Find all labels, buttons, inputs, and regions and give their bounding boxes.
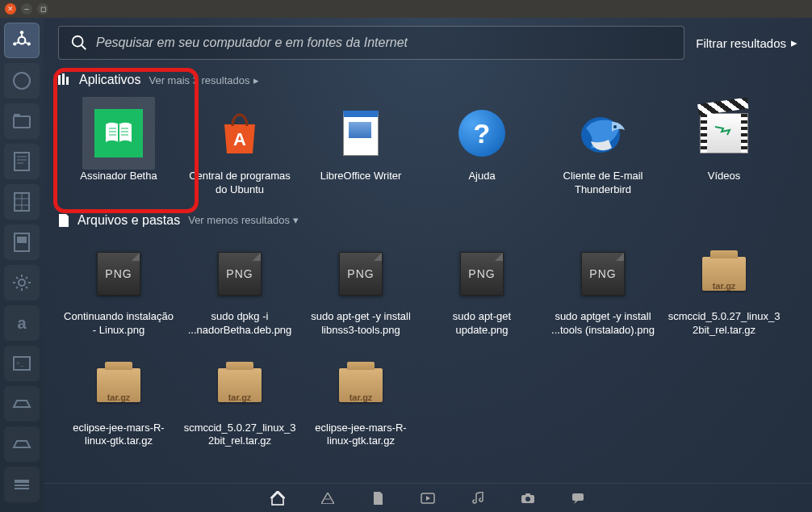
dash-lens-bar: [44, 483, 812, 512]
shopping-bag-icon: A: [217, 111, 262, 156]
svg-rect-19: [17, 237, 27, 243]
app-software-center[interactable]: A Central de programas do Ubuntu: [179, 94, 300, 205]
thunderbird-icon: [567, 97, 639, 170]
svg-rect-22: [15, 480, 29, 483]
launcher-writer-icon[interactable]: [4, 144, 40, 179]
apps-grid: Assinador Betha A Central de programas d…: [58, 94, 797, 205]
filter-results-button[interactable]: Filtrar resultados ▸: [696, 36, 797, 50]
svg-point-1: [20, 31, 23, 34]
window-minimize-button[interactable]: –: [21, 3, 32, 15]
lens-music-icon[interactable]: [470, 490, 486, 506]
files-see-less[interactable]: Ver menos resultados ▾: [188, 214, 299, 226]
app-assinador-betha[interactable]: Assinador Betha: [58, 94, 179, 205]
svg-rect-10: [15, 153, 29, 170]
clapperboard-icon: [700, 113, 748, 153]
svg-rect-28: [62, 73, 65, 85]
document-icon: [343, 111, 379, 156]
png-icon: PNG: [339, 252, 383, 296]
svg-text:>_: >_: [16, 359, 24, 367]
chevron-right-icon: ▸: [791, 36, 797, 50]
svg-rect-45: [572, 493, 584, 501]
svg-rect-27: [58, 75, 61, 85]
launcher-drive-icon[interactable]: [4, 386, 40, 422]
archive-icon: tar.gz: [218, 368, 262, 402]
launcher-calc-icon[interactable]: [4, 184, 40, 220]
app-libreoffice-writer[interactable]: LibreOffice Writer: [300, 94, 421, 205]
file-item[interactable]: PNGsudo dpkg -i ...nadorBetha.deb.png: [179, 234, 300, 346]
file-item[interactable]: tar.gzeclipse-jee-mars-R-linux-gtk.tar.g…: [300, 346, 421, 457]
lens-apps-icon[interactable]: [320, 490, 336, 506]
files-section-title: Arquivos e pastas: [77, 213, 180, 228]
file-item[interactable]: PNGContinuando instalação - Linux.png: [58, 234, 179, 346]
launcher-impress-icon[interactable]: [4, 225, 40, 260]
unity-launcher: a >_: [0, 18, 44, 512]
file-item[interactable]: PNGsudo apt-get update.png: [421, 234, 542, 346]
file-item[interactable]: tar.gzscmccid_5.0.27_linux_32bit_rel.tar…: [663, 234, 785, 346]
archive-icon: tar.gz: [97, 368, 140, 402]
lens-social-icon[interactable]: [570, 490, 586, 506]
svg-point-7: [14, 73, 30, 89]
search-placeholder: Pesquisar em seu computador e em fontes …: [96, 36, 408, 50]
png-icon: PNG: [218, 252, 262, 296]
lens-home-icon[interactable]: [270, 490, 286, 506]
archive-icon: tar.gz: [702, 257, 746, 291]
app-videos[interactable]: Vídeos: [663, 94, 785, 205]
file-item[interactable]: PNGsudo apt-get -y install libnss3-tools…: [300, 234, 421, 346]
svg-point-25: [73, 36, 83, 47]
apps-section-title: Aplicativos: [79, 73, 140, 87]
launcher-settings-icon[interactable]: [4, 265, 40, 300]
svg-line-5: [24, 42, 27, 43]
app-thunderbird[interactable]: Cliente de E-mail Thunderbird: [542, 94, 663, 205]
launcher-amazon-icon[interactable]: a: [4, 305, 40, 341]
png-icon: PNG: [460, 252, 504, 296]
file-icon: [58, 214, 69, 227]
launcher-trash-icon[interactable]: [4, 467, 40, 502]
question-icon: ?: [458, 110, 505, 157]
svg-rect-9: [14, 114, 20, 117]
lens-photos-icon[interactable]: [520, 490, 536, 506]
file-item[interactable]: tar.gzscmccid_5.0.27_linux_32bit_rel.tar…: [179, 346, 300, 457]
file-item[interactable]: PNGsudo aptget -y install ...tools (inst…: [542, 234, 663, 346]
svg-rect-24: [15, 488, 29, 489]
files-grid: PNGContinuando instalação - Linux.png PN…: [58, 234, 797, 457]
svg-point-44: [525, 497, 530, 502]
file-item[interactable]: tar.gzeclipse-jee-mars-R-linux-gtk.tar.g…: [58, 346, 179, 457]
lens-files-icon[interactable]: [370, 490, 386, 506]
chevron-right-icon: ▸: [253, 74, 259, 86]
png-icon: PNG: [581, 252, 625, 296]
book-icon: [94, 109, 143, 157]
window-maximize-button[interactable]: ◻: [37, 3, 48, 15]
chevron-down-icon: ▾: [293, 214, 299, 226]
svg-rect-43: [525, 493, 530, 496]
lens-video-icon[interactable]: [420, 490, 436, 506]
svg-rect-29: [66, 77, 69, 85]
archive-icon: tar.gz: [339, 368, 383, 402]
svg-point-3: [13, 42, 16, 45]
window-close-button[interactable]: ✕: [5, 3, 16, 15]
png-icon: PNG: [97, 252, 140, 296]
svg-line-6: [17, 42, 19, 43]
dash-home-icon[interactable]: [4, 23, 40, 58]
files-section-header: Arquivos e pastas Ver menos resultados ▾: [58, 213, 797, 228]
svg-text:A: A: [233, 129, 246, 149]
window-titlebar: ✕ – ◻: [0, 0, 812, 18]
launcher-drive2-icon[interactable]: [4, 426, 40, 462]
launcher-files-icon[interactable]: [4, 103, 40, 139]
launcher-firefox-icon[interactable]: [4, 63, 40, 99]
apps-see-more[interactable]: Ver mais 3 resultados ▸: [149, 74, 258, 86]
search-icon: [70, 34, 88, 52]
app-help[interactable]: ? Ajuda: [421, 94, 542, 205]
svg-point-39: [613, 125, 617, 128]
launcher-terminal-icon[interactable]: >_: [4, 346, 40, 381]
svg-rect-23: [15, 485, 29, 486]
search-input[interactable]: Pesquisar em seu computador e em fontes …: [58, 26, 684, 60]
apps-icon: [58, 73, 71, 86]
svg-line-26: [82, 45, 86, 50]
svg-point-2: [27, 42, 31, 45]
svg-rect-8: [14, 116, 30, 128]
dash-overlay: Pesquisar em seu computador e em fontes …: [44, 18, 812, 512]
apps-section-header: Aplicativos Ver mais 3 resultados ▸: [58, 73, 797, 87]
